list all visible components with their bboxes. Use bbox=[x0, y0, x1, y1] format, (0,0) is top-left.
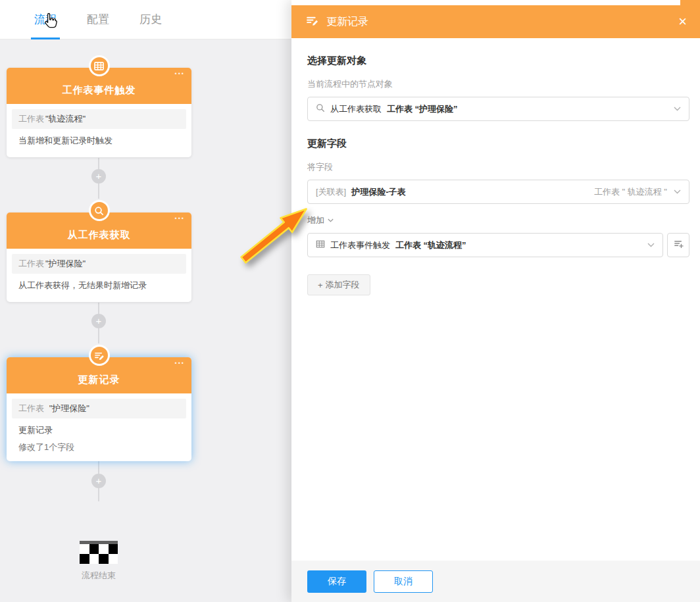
tab-config-label: 配置 bbox=[87, 12, 109, 27]
field-value-worksheet: 工作表 “轨迹流程” bbox=[395, 239, 466, 251]
node-header: 工作表事件触发 ••• bbox=[7, 68, 191, 104]
chevron-down-icon bbox=[674, 107, 681, 111]
plus-icon: + bbox=[96, 475, 102, 486]
node-object-sublabel: 当前流程中的节点对象 bbox=[307, 78, 689, 90]
search-icon bbox=[316, 103, 325, 114]
worksheet-name: "轨迹流程" bbox=[45, 113, 86, 125]
append-mode-dropdown[interactable]: 增加 bbox=[307, 214, 334, 226]
add-node-button[interactable]: + bbox=[91, 314, 106, 328]
node-description: 当新增和更新记录时触发 bbox=[7, 129, 191, 149]
node-worksheet-row: 工作表"轨迹流程" bbox=[12, 109, 186, 129]
add-node-button[interactable]: + bbox=[91, 474, 106, 488]
drawer-body: 选择更新对象 当前流程中的节点对象 从工作表获取 工作表 “护理保险” 更新字段… bbox=[291, 55, 700, 295]
tab-config[interactable]: 配置 bbox=[87, 0, 109, 39]
list-plus-icon bbox=[673, 238, 684, 252]
add-field-label: 添加字段 bbox=[326, 279, 360, 291]
relation-field-name: 护理保险-子表 bbox=[351, 186, 405, 198]
drawer-title: 更新记录 bbox=[326, 15, 368, 29]
worksheet-label: 工作表 bbox=[18, 403, 44, 414]
flow-end-label: 流程结束 bbox=[66, 570, 132, 582]
node-title: 从工作表获取 bbox=[68, 229, 131, 241]
worksheet-label: 工作表 bbox=[18, 113, 44, 125]
update-record-drawer: 更新记录 × 选择更新对象 当前流程中的节点对象 从工作表获取 工作表 “护理保… bbox=[291, 0, 700, 602]
chevron-down-icon bbox=[674, 189, 681, 194]
flow-node-get-record[interactable]: 从工作表获取 ••• 工作表"护理保险" 从工作表获得，无结果时新增记录 bbox=[7, 213, 191, 302]
flow-canvas: + + + 工作表事件触发 ••• 工作表"轨迹流程" 当新增和更新记录时触发 … bbox=[0, 39, 291, 602]
more-menu-icon[interactable]: ••• bbox=[175, 215, 185, 222]
append-mode-label: 增加 bbox=[307, 214, 324, 226]
update-record-icon bbox=[89, 345, 110, 366]
node-description: 更新记录 bbox=[7, 418, 191, 439]
field-value-text: 工作表事件触发 bbox=[330, 239, 390, 251]
update-record-icon bbox=[306, 14, 318, 30]
field-label: 将字段 bbox=[307, 161, 689, 173]
orange-corner-decoration bbox=[680, 0, 700, 6]
tab-flow-label: 流程 bbox=[34, 12, 57, 27]
worksheet-label: 工作表 bbox=[18, 258, 44, 270]
node-title: 工作表事件触发 bbox=[63, 84, 136, 97]
node-description: 从工作表获得，无结果时新增记录 bbox=[7, 274, 191, 294]
section-title-update-fields: 更新字段 bbox=[307, 138, 689, 150]
tab-history[interactable]: 历史 bbox=[139, 0, 162, 39]
save-button[interactable]: 保存 bbox=[307, 570, 366, 593]
relation-field-select[interactable]: [关联表] 护理保险-子表 工作表 " 轨迹流程 " bbox=[307, 180, 689, 204]
flow-node-update-record[interactable]: 更新记录 ••• 工作表 "护理保险" 更新记录 修改了1个字段 bbox=[7, 357, 191, 461]
node-header: 从工作表获取 ••• bbox=[7, 213, 191, 249]
select-fields-list-button[interactable] bbox=[667, 233, 689, 257]
add-node-button[interactable]: + bbox=[91, 169, 106, 184]
worksheet-name: "护理保险" bbox=[49, 403, 89, 414]
field-value-select[interactable]: 工作表事件触发 工作表 “轨迹流程” bbox=[307, 233, 663, 257]
flow-end-flag-icon bbox=[80, 541, 118, 564]
node-worksheet-row: 工作表"护理保险" bbox=[12, 254, 186, 274]
search-icon bbox=[89, 200, 110, 221]
node-object-worksheet: 工作表 “护理保险” bbox=[387, 103, 458, 115]
more-menu-icon[interactable]: ••• bbox=[175, 360, 185, 366]
more-menu-icon[interactable]: ••• bbox=[175, 70, 185, 77]
close-icon[interactable]: × bbox=[678, 14, 687, 29]
worksheet-grid-icon bbox=[89, 55, 110, 76]
plus-icon: + bbox=[96, 315, 102, 326]
plus-icon: + bbox=[96, 170, 102, 182]
relation-tag: [关联表] bbox=[316, 186, 346, 198]
node-worksheet-row: 工作表 "护理保险" bbox=[12, 399, 186, 418]
node-header: 更新记录 ••• bbox=[7, 357, 191, 393]
tab-history-label: 历史 bbox=[139, 12, 162, 27]
drawer-footer: 保存 取消 bbox=[291, 561, 700, 602]
worksheet-grid-icon bbox=[316, 239, 325, 251]
chevron-down-icon bbox=[647, 243, 655, 247]
relation-worksheet-hint: 工作表 " 轨迹流程 " bbox=[594, 186, 667, 198]
node-object-select[interactable]: 从工作表获取 工作表 “护理保险” bbox=[307, 97, 689, 121]
worksheet-name: "护理保险" bbox=[45, 258, 86, 270]
section-title-select-object: 选择更新对象 bbox=[307, 55, 689, 67]
flow-node-trigger[interactable]: 工作表事件触发 ••• 工作表"轨迹流程" 当新增和更新记录时触发 bbox=[7, 68, 191, 157]
tab-flow[interactable]: 流程 bbox=[34, 0, 57, 39]
chevron-down-icon bbox=[328, 218, 334, 222]
plus-icon: + bbox=[318, 280, 323, 290]
node-object-text: 从工作表获取 bbox=[330, 103, 382, 115]
drawer-header: 更新记录 × bbox=[291, 5, 700, 38]
add-field-button[interactable]: + 添加字段 bbox=[307, 274, 370, 295]
cancel-button[interactable]: 取消 bbox=[374, 570, 433, 593]
node-description-2: 修改了1个字段 bbox=[7, 439, 191, 461]
node-title: 更新记录 bbox=[78, 374, 120, 386]
